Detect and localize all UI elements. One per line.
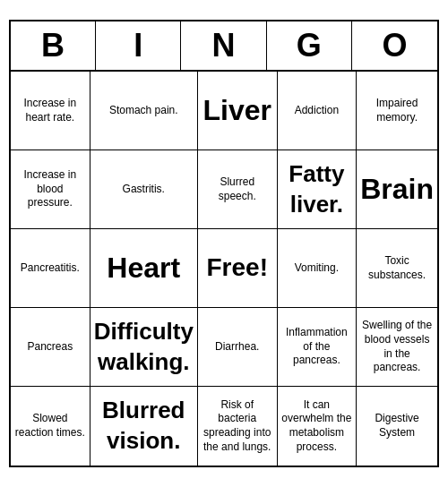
bingo-letter: I [96,21,181,70]
bingo-cell: Slowed reaction times. [11,387,90,466]
bingo-cell: Increase in blood pressure. [11,150,90,229]
bingo-grid: Increase in heart rate.Stomach pain.Live… [11,72,437,466]
bingo-cell: Swelling of the blood vessels in the pan… [357,308,437,387]
bingo-cell: It can overwhelm the metabolism process. [278,387,358,466]
bingo-cell: Risk of bacteria spreading into the and … [198,387,278,466]
bingo-letter: O [352,21,437,70]
bingo-cell: Inflammation of the pancreas. [278,308,358,387]
bingo-cell: Liver [198,72,278,150]
bingo-cell: Increase in heart rate. [11,72,90,150]
bingo-cell: Brain [357,150,437,229]
bingo-cell: Digestive System [357,387,437,466]
bingo-cell: Diarrhea. [198,308,278,387]
bingo-cell: Pancreas [11,308,90,387]
bingo-cell: Heart [90,229,198,308]
bingo-card: BINGO Increase in heart rate.Stomach pai… [9,20,439,467]
bingo-letter: B [11,21,96,70]
bingo-cell: Addiction [278,72,358,150]
bingo-cell: Impaired memory. [357,72,437,150]
bingo-cell: Free! [198,229,278,308]
bingo-cell: Stomach pain. [90,72,198,150]
bingo-cell: Slurred speech. [198,150,278,229]
bingo-cell: Vomiting. [278,229,358,308]
bingo-cell: Gastritis. [90,150,198,229]
bingo-cell: Blurred vision. [90,387,198,466]
bingo-cell: Fatty liver. [278,150,358,229]
bingo-cell: Pancreatitis. [11,229,90,308]
bingo-header: BINGO [11,21,437,72]
bingo-letter: G [267,21,352,70]
bingo-letter: N [181,21,266,70]
bingo-cell: Toxic substances. [357,229,437,308]
bingo-cell: Difficulty walking. [90,308,198,387]
